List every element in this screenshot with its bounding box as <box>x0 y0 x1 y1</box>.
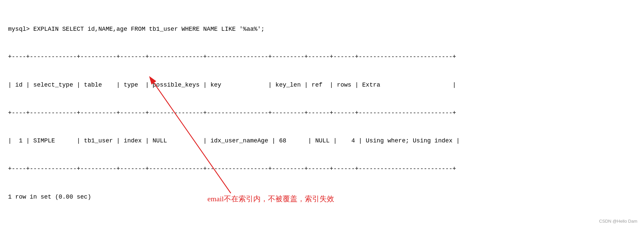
table1-row: | 1 | SIMPLE | tb1_user | index | NULL |… <box>8 136 636 146</box>
blank-line <box>8 220 636 227</box>
table1-header: | id | select_type | table | type | poss… <box>8 81 636 90</box>
annotation-text: email不在索引内，不被覆盖，索引失效 <box>207 194 334 204</box>
table1-border-bot: +----+-------------+----------+-------+-… <box>8 164 636 174</box>
table1-border-top: +----+-------------+----------+-------+-… <box>8 52 636 62</box>
table1-border-mid: +----+-------------+----------+-------+-… <box>8 109 636 118</box>
terminal-output: mysql> EXPLAIN SELECT id,NAME,age FROM t… <box>0 0 644 227</box>
watermark: CSDN @Hello Dam <box>599 219 637 224</box>
query-line-1: mysql> EXPLAIN SELECT id,NAME,age FROM t… <box>8 25 636 34</box>
